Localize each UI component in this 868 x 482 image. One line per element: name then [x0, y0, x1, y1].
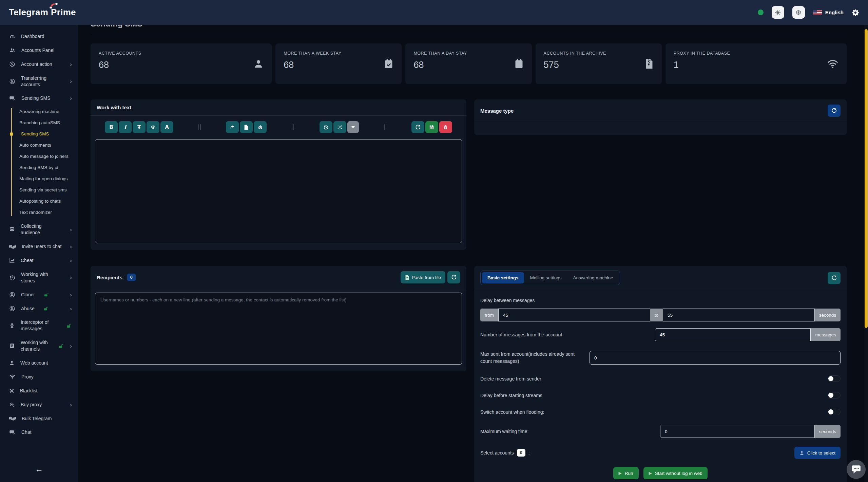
- sidebar-item-invite-users[interactable]: Invite users to chat ›: [0, 240, 78, 254]
- save-button[interactable]: [425, 121, 438, 133]
- language-label: English: [825, 10, 844, 15]
- delay-streams-label: Delay before starting streams: [480, 393, 542, 398]
- sending-sms-submenu: Answering machine Branching autoSMS Send…: [0, 105, 78, 219]
- shuffle-button[interactable]: [333, 121, 346, 133]
- calendar-icon: [514, 58, 524, 69]
- chat-bubbles-icon: [9, 429, 16, 435]
- from-addon: from: [480, 309, 498, 321]
- sidebar-item-cheat[interactable]: Cheat ›: [0, 254, 78, 267]
- sidebar-item-dashboard[interactable]: Dashboard: [0, 30, 78, 43]
- person-icon: [253, 58, 264, 69]
- sidebar-item-buy-proxy[interactable]: Buy proxy ›: [0, 398, 78, 412]
- sidebar-item-interceptor[interactable]: Interceptor of messages: [0, 315, 78, 336]
- tab-answering-machine[interactable]: Answering machine: [568, 272, 619, 283]
- delay-from-input[interactable]: [498, 309, 650, 321]
- sidebar-item-accounts-panel[interactable]: Accounts Panel: [0, 43, 78, 57]
- app-logo[interactable]: Telegram Prime: [9, 7, 76, 18]
- messages-addon: messages: [811, 328, 841, 341]
- main-content: Sending SMS ACTIVE ACCOUNTS 68 MORE THAN…: [78, 0, 868, 482]
- submenu-item-text-randomizer[interactable]: Text randomizer: [0, 207, 78, 218]
- strikethrough-button[interactable]: Ŧ: [133, 121, 146, 133]
- submenu-item-autoposting-chats[interactable]: Autoposting to chats: [0, 196, 78, 207]
- sidebar-item-cloner[interactable]: Cloner ›: [0, 288, 78, 302]
- history-button[interactable]: [320, 121, 332, 133]
- submenu-item-mailing-open-dialogs[interactable]: Mailing for open dialogs: [0, 173, 78, 184]
- message-type-refresh-button[interactable]: [828, 105, 841, 117]
- refresh-text-button[interactable]: [411, 121, 424, 133]
- num-messages-input[interactable]: [655, 328, 811, 341]
- click-to-select-button[interactable]: Click to select: [794, 447, 841, 459]
- max-wait-input[interactable]: [660, 425, 815, 438]
- play-icon: ▶: [649, 471, 652, 476]
- submenu-item-auto-message-joiners[interactable]: Auto message to joiners: [0, 151, 78, 162]
- font-button[interactable]: A: [160, 121, 173, 133]
- sun-theme-button[interactable]: [772, 6, 784, 19]
- submenu-item-auto-comments[interactable]: Auto comments: [0, 140, 78, 151]
- file-button[interactable]: [240, 121, 253, 133]
- refresh-icon: [415, 125, 421, 130]
- text-toolbar: B I Ŧ A: [91, 116, 466, 137]
- stat-value: 575: [544, 60, 606, 70]
- logo-text-first: Telegram: [9, 7, 48, 18]
- num-messages-label: Number of messages from the account: [480, 332, 562, 337]
- start-without-login-button[interactable]: ▶ Start without log in web: [643, 467, 708, 479]
- stat-card-day-stay: MORE THAN A DAY STAY 68: [405, 43, 532, 84]
- submenu-item-branching-autosms[interactable]: Branching autoSMS: [0, 117, 78, 128]
- recipients-refresh-button[interactable]: [447, 271, 460, 283]
- toolbar-separator: [292, 124, 294, 130]
- select-accounts-row: Select accounts 0 : Click to select: [480, 447, 841, 459]
- support-chat-fab[interactable]: [847, 460, 866, 479]
- chevron-right-icon: ›: [70, 95, 72, 101]
- sidebar-item-abuse[interactable]: Abuse ›: [0, 302, 78, 316]
- handshake-icon: [9, 416, 16, 421]
- delete-message-toggle[interactable]: [828, 375, 841, 382]
- tab-basic-settings[interactable]: Basic settings: [482, 272, 524, 283]
- unlock-icon: [44, 292, 49, 297]
- file-icon: [244, 125, 249, 130]
- snowflake-theme-button[interactable]: [792, 6, 805, 19]
- sidebar-item-proxy[interactable]: Proxy: [0, 370, 78, 384]
- arrow-left-icon: ←: [35, 464, 43, 474]
- submenu-item-sending-sms-by-id[interactable]: Sending SMS by id: [0, 162, 78, 173]
- sidebar: Dashboard Accounts Panel Account action …: [0, 25, 78, 482]
- scrollbar-thumb[interactable]: [865, 29, 868, 328]
- message-text-input[interactable]: [95, 139, 462, 243]
- submenu-item-sending-sms-active[interactable]: Sending SMS: [0, 128, 78, 140]
- more-options-dropdown[interactable]: [347, 121, 359, 133]
- run-button[interactable]: ▶ Run: [613, 467, 639, 479]
- sidebar-item-collecting-audience[interactable]: Collecting audience ›: [0, 219, 78, 240]
- delay-to-input[interactable]: [663, 309, 815, 321]
- sidebar-item-sending-sms[interactable]: Sending SMS ›: [0, 91, 78, 105]
- settings-refresh-button[interactable]: [828, 272, 841, 284]
- sidebar-item-working-with-stories[interactable]: Working with stories ›: [0, 267, 78, 288]
- preview-eye-button[interactable]: [147, 121, 159, 133]
- stat-card-proxy-db: PROXY IN THE DATABASE 1: [666, 43, 847, 84]
- caret-down-icon: [351, 126, 355, 128]
- settings-gear-button[interactable]: [852, 9, 859, 16]
- sidebar-collapse-button[interactable]: ←: [31, 463, 47, 475]
- bold-button[interactable]: B: [105, 121, 118, 133]
- delay-streams-toggle[interactable]: [828, 392, 841, 398]
- sidebar-item-transferring-accounts[interactable]: Transferring accounts ›: [0, 71, 78, 92]
- robot-button[interactable]: [254, 121, 267, 133]
- sidebar-item-web-account[interactable]: Web account: [0, 356, 78, 370]
- delete-button[interactable]: [439, 121, 452, 133]
- play-icon: ▶: [619, 471, 622, 476]
- submenu-item-answering-machine[interactable]: Answering machine: [0, 106, 78, 117]
- stat-value: 1: [674, 60, 730, 70]
- language-selector[interactable]: English: [813, 10, 844, 15]
- sidebar-item-bulk-telegram[interactable]: Bulk Telegram: [0, 412, 78, 426]
- page-scrollbar[interactable]: [864, 25, 868, 482]
- max-sent-input[interactable]: [590, 351, 841, 365]
- recipients-input[interactable]: [95, 293, 462, 365]
- tab-mailing-settings[interactable]: Mailing settings: [525, 272, 567, 283]
- sidebar-item-working-with-channels[interactable]: Working with channels ›: [0, 336, 78, 356]
- paste-from-file-button[interactable]: Paste from file: [401, 271, 445, 283]
- forward-button[interactable]: [226, 121, 239, 133]
- sidebar-item-account-action[interactable]: Account action ›: [0, 57, 78, 71]
- sidebar-item-blacklist[interactable]: Blacklist: [0, 384, 78, 398]
- sidebar-item-chat[interactable]: Chat: [0, 425, 78, 439]
- submenu-item-secret-sms[interactable]: Sending via secret sms: [0, 184, 78, 196]
- italic-button[interactable]: I: [119, 121, 132, 133]
- switch-flooding-toggle[interactable]: [828, 409, 841, 415]
